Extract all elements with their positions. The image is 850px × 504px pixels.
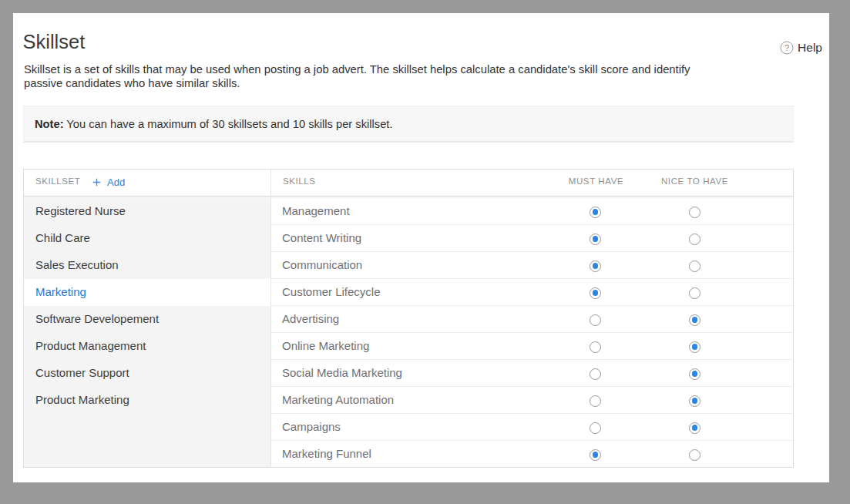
svg-text:?: ? bbox=[784, 43, 789, 52]
